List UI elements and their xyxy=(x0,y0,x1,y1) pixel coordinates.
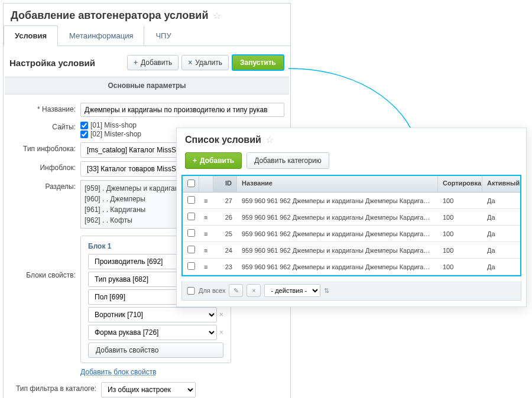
row-checkbox[interactable] xyxy=(187,229,195,237)
footer-for-all-label: Для всех xyxy=(199,287,225,294)
row-checkbox[interactable] xyxy=(187,196,195,204)
label-sites: Сайты: xyxy=(9,120,80,131)
plus-icon: + xyxy=(193,156,197,165)
label-iblock-type: Тип инфоблока: xyxy=(9,142,80,153)
row-active: Да xyxy=(482,260,520,274)
grid-header-actions xyxy=(199,176,213,192)
grid-header: ID Название Сортировка Активный xyxy=(183,176,520,193)
list-title: Список условий xyxy=(185,135,261,145)
section-item[interactable]: [960] . . Джемперы xyxy=(85,194,192,204)
footer-delete-button[interactable]: × xyxy=(246,284,261,297)
label-name: * Название: xyxy=(9,103,80,113)
filter-type-select[interactable]: Из общих настроек xyxy=(101,382,196,397)
add-props-block-link[interactable]: Добавить блок свойств xyxy=(80,368,157,376)
run-button[interactable]: Запустить xyxy=(232,54,284,71)
table-row: ≡25959 960 961 962 Джемперы и кардиганы … xyxy=(183,226,520,242)
favorite-star-icon[interactable]: ☆ xyxy=(213,11,221,21)
tab-sef[interactable]: ЧПУ xyxy=(144,25,181,45)
sort-arrows-icon[interactable]: ⇅ xyxy=(324,287,333,295)
prop-select[interactable]: Форма рукава [726] xyxy=(88,325,217,340)
add-category-button[interactable]: Добавить категорию xyxy=(246,152,329,169)
row-name-link[interactable]: 959 960 961 962 Джемперы и кардиганы Дже… xyxy=(237,243,438,257)
site1-label: [01] Miss-shop xyxy=(90,121,137,129)
section-item[interactable]: [961] . . Кардиганы xyxy=(85,204,192,215)
footer-actions-select[interactable]: - действия - xyxy=(264,284,320,297)
row-active: Да xyxy=(482,210,520,224)
add-button[interactable]: +Добавить xyxy=(127,55,179,70)
row-checkbox[interactable] xyxy=(187,246,195,253)
footer-edit-button[interactable]: ✎ xyxy=(229,284,243,297)
remove-prop-icon[interactable]: × xyxy=(219,328,223,337)
row-id: 27 xyxy=(213,194,237,208)
row-name-link[interactable]: 959 960 961 962 Джемперы и кардиганы Дже… xyxy=(237,227,438,241)
col-active[interactable]: Активный xyxy=(482,176,520,192)
label-sections: Разделы: xyxy=(9,180,80,191)
grid-footer: Для всех ✎ × - действия - ⇅ xyxy=(181,281,521,301)
delete-button[interactable]: ×Удалить xyxy=(181,55,229,70)
table-row: ≡23959 960 961 962 Джемперы и кардиганы … xyxy=(183,259,520,275)
table-row: ≡27959 960 961 962 Джемперы и кардиганы … xyxy=(183,193,520,209)
row-sort: 100 xyxy=(438,260,482,274)
row-menu-icon[interactable]: ≡ xyxy=(199,243,213,257)
site2-checkbox[interactable] xyxy=(80,131,88,138)
row-menu-icon[interactable]: ≡ xyxy=(199,260,213,274)
row-menu-icon[interactable]: ≡ xyxy=(199,227,213,241)
group-header: Основные параметры xyxy=(5,77,289,94)
tabs: Условия Метаинформация ЧПУ xyxy=(4,25,290,46)
row-name-link[interactable]: 959 960 961 962 Джемперы и кардиганы Дже… xyxy=(237,194,438,208)
col-name[interactable]: Название xyxy=(237,176,438,192)
row-active: Да xyxy=(482,227,520,241)
row-name-link[interactable]: 959 960 961 962 Джемперы и кардиганы Дже… xyxy=(237,210,438,224)
page-title: Добавление автогенератора условий xyxy=(11,9,209,21)
row-sort: 100 xyxy=(438,210,482,224)
site2-label: [02] Mister-shop xyxy=(90,130,141,138)
add-property-button[interactable]: Добавить свойство xyxy=(88,342,223,358)
x-icon: × xyxy=(188,58,192,67)
section-item[interactable]: [962] . . Кофты xyxy=(85,215,192,226)
label-props-blocks: Блоки свойств: xyxy=(9,236,80,279)
row-name-link[interactable]: 959 960 961 962 Джемперы и кардиганы Дже… xyxy=(237,260,438,274)
remove-prop-icon[interactable]: × xyxy=(219,311,223,319)
conditions-grid: ID Название Сортировка Активный ≡27959 9… xyxy=(181,175,521,276)
section-item[interactable]: [959] . Джемперы и кардиганы xyxy=(85,183,192,194)
row-id: 23 xyxy=(213,260,237,274)
prop-select[interactable]: Воротник [710] xyxy=(88,307,217,322)
col-sort[interactable]: Сортировка xyxy=(438,176,482,192)
plus-icon: + xyxy=(134,58,138,67)
favorite-star-icon[interactable]: ☆ xyxy=(265,135,274,145)
site1-checkbox[interactable] xyxy=(80,122,88,129)
row-sort: 100 xyxy=(438,194,482,208)
select-all-checkbox[interactable] xyxy=(187,180,195,187)
row-menu-icon[interactable]: ≡ xyxy=(199,210,213,224)
label-iblock: Инфоблок: xyxy=(9,161,80,172)
table-row: ≡24959 960 961 962 Джемперы и кардиганы … xyxy=(183,242,520,259)
row-id: 25 xyxy=(213,227,237,241)
col-id[interactable]: ID xyxy=(225,180,232,187)
name-input[interactable] xyxy=(80,103,284,117)
row-checkbox[interactable] xyxy=(187,262,195,270)
section-title: Настройка условий xyxy=(9,58,124,68)
row-id: 26 xyxy=(213,210,237,224)
tab-conditions[interactable]: Условия xyxy=(4,25,58,46)
footer-select-all-checkbox[interactable] xyxy=(187,287,195,295)
conditions-list-panel: Список условий ☆ +Добавить Добавить кате… xyxy=(176,128,527,307)
row-sort: 100 xyxy=(438,227,482,241)
row-active: Да xyxy=(482,243,520,257)
row-sort: 100 xyxy=(438,243,482,257)
label-filter-type: Тип фильтра в каталоге: xyxy=(9,382,101,393)
row-checkbox[interactable] xyxy=(187,213,195,220)
row-menu-icon[interactable]: ≡ xyxy=(199,194,213,208)
row-id: 24 xyxy=(213,243,237,257)
list-add-button[interactable]: +Добавить xyxy=(185,152,242,169)
table-row: ≡26959 960 961 962 Джемперы и кардиганы … xyxy=(183,209,520,226)
row-active: Да xyxy=(482,194,520,208)
tab-metainfo[interactable]: Метаинформация xyxy=(58,25,144,45)
